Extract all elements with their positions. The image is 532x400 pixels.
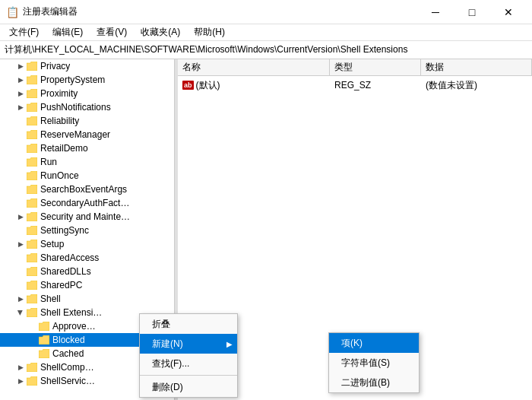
context-menu-divider <box>140 375 237 376</box>
tree-arrow-propertysystem: ▶ <box>15 75 26 85</box>
tree-item-secondaryauthfact[interactable]: ▶ SecondaryAuthFact… <box>0 196 174 210</box>
table-row[interactable]: ab (默认) REG_SZ (数值未设置) <box>178 78 532 93</box>
folder-icon-sharedaccess <box>26 252 38 264</box>
col-header-type[interactable]: 类型 <box>330 59 421 75</box>
tree-arrow-pushnotifications: ▶ <box>15 102 26 113</box>
context-menu-delete[interactable]: 删除(D) <box>140 377 237 397</box>
close-button[interactable]: ✕ <box>491 0 526 24</box>
tree-item-searchboxeventargs[interactable]: ▶ SearchBoxEventArgs <box>0 183 174 196</box>
tree-label-shell: Shell <box>40 294 61 304</box>
col-header-name[interactable]: 名称 <box>178 59 330 75</box>
tree-label-cached: Cached <box>52 348 84 359</box>
menu-edit[interactable]: 编辑(E) <box>46 25 89 40</box>
tree-item-retaildemo[interactable]: ▶ RetailDemo <box>0 141 174 155</box>
context-menu-new[interactable]: 新建(N) ▶ <box>140 334 237 354</box>
tree-label-shellcomp: ShellComp… <box>40 362 94 373</box>
tree-item-shell[interactable]: ▶ Shell <box>0 292 174 306</box>
tree-item-proximity[interactable]: ▶ Proximity <box>0 87 174 100</box>
tree-label-shellservice: ShellServic… <box>40 376 95 386</box>
folder-icon-settingsync <box>26 224 38 237</box>
submenu-item-binaryvalue[interactable]: 二进制值(B) <box>329 373 419 392</box>
folder-icon-shell <box>26 293 38 305</box>
tree-label-sharedpc: SharedPC <box>40 280 82 290</box>
folder-icon-privacy <box>26 60 38 72</box>
submenu-item-stringvalue[interactable]: 字符串值(S) <box>329 353 419 373</box>
tree-item-run[interactable]: ▶ Run <box>0 155 174 169</box>
address-text: 计算机\HKEY_LOCAL_MACHINE\SOFTWARE\Microsof… <box>5 43 407 56</box>
folder-icon-shellextensions <box>26 306 38 319</box>
tree-item-privacy[interactable]: ▶ Privacy <box>0 59 174 73</box>
col-header-data[interactable]: 数据 <box>421 59 532 75</box>
reg-name-value: (默认) <box>196 79 220 92</box>
title-bar: 📋 注册表编辑器 ─ □ ✕ <box>0 0 532 24</box>
folder-icon-reliability <box>26 115 38 127</box>
main-content: ▶ Privacy ▶ PropertySystem ▶ Proximity ▶ <box>0 59 532 400</box>
menu-view[interactable]: 查看(V) <box>90 25 133 40</box>
folder-icon-securityandmainte <box>26 211 38 223</box>
folder-icon-propertysystem <box>26 74 38 86</box>
tree-item-sharedaccess[interactable]: ▶ SharedAccess <box>0 251 174 265</box>
folder-icon-shellcomp <box>26 361 38 373</box>
tree-arrow-shellservice: ▶ <box>15 376 26 386</box>
title-bar-left: 📋 注册表编辑器 <box>6 5 78 18</box>
tree-label-blocked: Blocked <box>52 335 85 345</box>
tree-item-runonce[interactable]: ▶ RunOnce <box>0 169 174 183</box>
menu-favorites[interactable]: 收藏夹(A) <box>135 25 186 40</box>
tree-item-reliability[interactable]: ▶ Reliability <box>0 114 174 128</box>
reg-type-icon: ab <box>182 81 194 90</box>
tree-arrow-shellcomp: ▶ <box>15 362 26 373</box>
tree-item-reservemanager[interactable]: ▶ ReserveManager <box>0 128 174 141</box>
folder-icon-approved <box>38 320 50 332</box>
tree-label-retaildemo: RetailDemo <box>40 143 88 154</box>
tree-label-run: Run <box>40 157 57 167</box>
tree-item-settingsync[interactable]: ▶ SettingSync <box>0 224 174 237</box>
folder-icon-searchboxeventargs <box>26 183 38 195</box>
folder-icon-run <box>26 156 38 168</box>
folder-icon-secondaryauthfact <box>26 197 38 209</box>
folder-icon-sharedpc <box>26 279 38 291</box>
app-title: 注册表编辑器 <box>23 5 78 18</box>
tree-arrow-setup: ▶ <box>15 239 26 249</box>
tree-label-sharedaccess: SharedAccess <box>40 252 99 263</box>
tree-label-shellextensions: Shell Extensi… <box>40 307 102 318</box>
column-headers: 名称 类型 数据 <box>178 59 532 76</box>
submenu-item-key[interactable]: 项(K) <box>329 333 419 353</box>
tree-item-sharedpc[interactable]: ▶ SharedPC <box>0 278 174 292</box>
tree-label-shareddlls: SharedDLLs <box>40 266 91 277</box>
maximize-button[interactable]: □ <box>454 0 489 24</box>
minimize-button[interactable]: ─ <box>418 0 453 24</box>
menu-help[interactable]: 帮助(H) <box>188 25 231 40</box>
tree-item-securityandmainte[interactable]: ▶ Security and Mainte… <box>0 210 174 224</box>
context-menu-collapse[interactable]: 折叠 <box>140 314 237 334</box>
folder-icon-pushnotifications <box>26 101 38 113</box>
tree-label-securityandmainte: Security and Mainte… <box>40 211 130 222</box>
folder-icon-shareddlls <box>26 265 38 278</box>
tree-label-reliability: Reliability <box>40 116 79 126</box>
tree-label-proximity: Proximity <box>40 88 78 99</box>
window-controls: ─ □ ✕ <box>418 0 526 24</box>
tree-arrow-securityandmainte: ▶ <box>15 211 26 222</box>
reg-data-cell: (数值未设置) <box>421 79 532 92</box>
context-menu-find[interactable]: 查找(F)... <box>140 354 237 373</box>
app-icon: 📋 <box>6 6 18 18</box>
registry-values: ab (默认) REG_SZ (数值未设置) <box>178 76 532 94</box>
context-menu: 折叠 新建(N) ▶ 查找(F)... 删除(D) <box>139 313 238 398</box>
reg-type-cell: REG_SZ <box>330 80 421 90</box>
address-bar: 计算机\HKEY_LOCAL_MACHINE\SOFTWARE\Microsof… <box>0 41 532 59</box>
menu-file[interactable]: 文件(F) <box>3 25 45 40</box>
tree-label-runonce: RunOnce <box>40 170 79 181</box>
reg-name-cell: ab (默认) <box>178 79 330 92</box>
folder-icon-retaildemo <box>26 142 38 154</box>
tree-label-secondaryauthfact: SecondaryAuthFact… <box>40 198 129 208</box>
folder-icon-cached <box>38 348 50 360</box>
folder-icon-setup <box>26 238 38 250</box>
submenu: 项(K) 字符串值(S) 二进制值(B) <box>328 332 420 393</box>
tree-arrow-proximity: ▶ <box>15 88 26 99</box>
tree-label-settingsync: SettingSync <box>40 225 89 236</box>
tree-item-propertysystem[interactable]: ▶ PropertySystem <box>0 73 174 87</box>
submenu-arrow-new: ▶ <box>226 340 233 348</box>
tree-item-pushnotifications[interactable]: ▶ PushNotifications <box>0 100 174 114</box>
folder-icon-proximity <box>26 87 38 100</box>
tree-item-setup[interactable]: ▶ Setup <box>0 237 174 251</box>
tree-item-shareddlls[interactable]: ▶ SharedDLLs <box>0 265 174 278</box>
